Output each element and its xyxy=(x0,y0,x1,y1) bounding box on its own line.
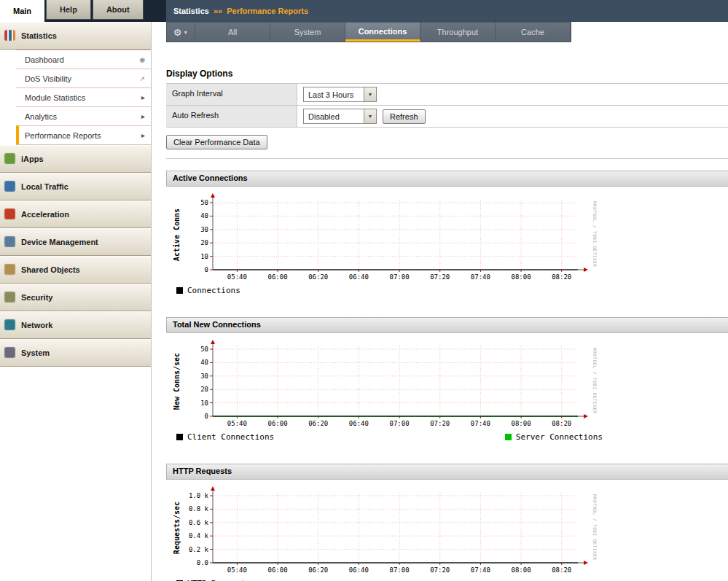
tab-cache[interactable]: Cache xyxy=(496,23,571,42)
svg-text:0.0: 0.0 xyxy=(197,559,208,566)
sidebar-section-label: Security xyxy=(21,293,52,302)
svg-text:20: 20 xyxy=(200,239,208,246)
svg-text:08:00: 08:00 xyxy=(512,420,531,427)
sidebar-item-module-statistics[interactable]: Module Statistics▸ xyxy=(16,87,151,106)
svg-text:06:20: 06:20 xyxy=(308,566,328,574)
chart-tab-strip: ⚙ ▼ AllSystemConnectionsThroughputCache xyxy=(166,22,571,42)
sidebar-section-iapps[interactable]: iApps xyxy=(0,145,151,173)
sidebar-item-performance-reports[interactable]: Performance Reports▸ xyxy=(16,125,151,144)
svg-text:0.2 k: 0.2 k xyxy=(189,546,209,553)
sidebar-section-device-management[interactable]: Device Management xyxy=(0,228,151,256)
svg-text:06:40: 06:40 xyxy=(349,420,369,427)
auto-refresh-row: Auto Refresh Disabled ▼ Refresh xyxy=(166,106,728,128)
local-traffic-icon xyxy=(4,181,15,192)
tab-connections[interactable]: Connections xyxy=(345,23,420,42)
svg-text:05:40: 05:40 xyxy=(227,420,247,427)
sidebar-item-dos-visibility[interactable]: DoS Visibility↗ xyxy=(16,69,151,87)
legend-label: Client Connections xyxy=(187,432,274,442)
chart-section-title: Active Connections xyxy=(166,171,728,187)
svg-text:08:20: 08:20 xyxy=(552,566,571,574)
svg-text:07:20: 07:20 xyxy=(430,420,450,427)
statistics-submenu: Dashboard◉DoS Visibility↗Module Statisti… xyxy=(16,50,151,145)
arrow-icon: ▸ xyxy=(141,93,145,101)
chart-section-http-requests: HTTP Requests05:4006:0006:2006:4007:0007… xyxy=(166,464,728,581)
external-icon: ↗ xyxy=(139,75,145,82)
svg-text:07:00: 07:00 xyxy=(390,566,410,574)
svg-text:07:40: 07:40 xyxy=(471,566,490,574)
auto-refresh-selected: Disabled xyxy=(304,112,364,121)
top-tab-about[interactable]: About xyxy=(93,0,144,20)
clear-performance-data-button[interactable]: Clear Performance Data xyxy=(166,135,267,149)
sidebar-section-security[interactable]: Security xyxy=(0,284,151,311)
arrow-icon: ▸ xyxy=(141,131,145,139)
graph-interval-row: Graph Interval Last 3 Hours ▼ xyxy=(166,84,728,106)
svg-text:1.0 k: 1.0 k xyxy=(189,492,209,499)
active-connections-plot: 05:4006:0006:2006:4007:0007:2007:4008:00… xyxy=(172,192,598,284)
chart-section-title: HTTP Requests xyxy=(166,464,728,480)
breadcrumb-separator: »» xyxy=(214,7,222,15)
tab-all[interactable]: All xyxy=(195,23,270,42)
active-connections-chart: 05:4006:0006:2006:4007:0007:2007:4008:00… xyxy=(172,192,728,286)
graph-interval-selected: Last 3 Hours xyxy=(304,90,364,99)
sidebar-section-network[interactable]: Network xyxy=(0,311,151,339)
chevron-down-icon: ▼ xyxy=(183,30,188,35)
refresh-button[interactable]: Refresh xyxy=(383,109,426,124)
legend-swatch xyxy=(176,287,183,294)
breadcrumb-section[interactable]: Statistics xyxy=(173,7,209,15)
graph-interval-select[interactable]: Last 3 Hours ▼ xyxy=(303,87,377,102)
top-tab-main[interactable]: Main xyxy=(0,0,44,22)
sidebar-section-statistics[interactable]: Statistics xyxy=(0,22,151,50)
display-options-table: Graph Interval Last 3 Hours ▼ Auto Refre… xyxy=(166,83,728,128)
svg-text:Requests/sec: Requests/sec xyxy=(173,502,181,554)
svg-text:07:20: 07:20 xyxy=(430,566,450,574)
svg-text:10: 10 xyxy=(200,253,208,260)
sidebar-item-label: Dashboard xyxy=(25,55,64,64)
http-requests-chart: 05:4006:0006:2006:4007:0007:2007:4008:00… xyxy=(172,486,728,579)
svg-text:30: 30 xyxy=(200,226,208,233)
iapps-icon xyxy=(4,153,15,164)
svg-text:RRDTOOL / TOBI OETIKER: RRDTOOL / TOBI OETIKER xyxy=(592,348,598,413)
svg-text:08:20: 08:20 xyxy=(552,420,571,427)
svg-text:10: 10 xyxy=(200,399,208,407)
security-icon xyxy=(4,292,15,303)
svg-text:06:40: 06:40 xyxy=(349,273,369,281)
svg-text:05:40: 05:40 xyxy=(227,273,247,281)
breadcrumb-page: Performance Reports xyxy=(227,7,308,15)
top-tab-help[interactable]: Help xyxy=(46,0,91,20)
svg-text:50: 50 xyxy=(200,346,208,353)
legend-item: Client Connections xyxy=(176,432,274,442)
network-icon xyxy=(4,319,15,330)
auto-refresh-value-cell: Disabled ▼ Refresh xyxy=(297,106,728,127)
sidebar-section-label: System xyxy=(21,348,50,357)
sidebar-section-acceleration[interactable]: Acceleration xyxy=(0,200,151,228)
svg-text:07:00: 07:00 xyxy=(390,273,410,281)
http-requests-plot: 05:4006:0006:2006:4007:0007:2007:4008:00… xyxy=(172,486,598,577)
chart-section-title: Total New Connections xyxy=(166,317,728,333)
svg-text:Active Conns: Active Conns xyxy=(173,208,181,261)
sidebar-section-label: Network xyxy=(21,321,52,330)
sidebar-sections: iAppsLocal TrafficAccelerationDevice Man… xyxy=(0,145,151,367)
total-new-connections-plot: 05:4006:0006:2006:4007:0007:2007:4008:00… xyxy=(172,339,598,431)
legend-swatch xyxy=(505,434,512,440)
sidebar-section-shared-objects[interactable]: Shared Objects xyxy=(0,256,151,284)
sidebar-item-dashboard[interactable]: Dashboard◉ xyxy=(16,50,151,69)
sidebar-item-label: Performance Reports xyxy=(25,131,101,140)
sidebar: Statistics Dashboard◉DoS Visibility↗Modu… xyxy=(0,22,152,581)
sidebar-item-analytics[interactable]: Analytics▸ xyxy=(16,106,151,125)
sidebar-section-system[interactable]: System xyxy=(0,339,151,367)
svg-text:40: 40 xyxy=(200,359,208,366)
top-tabs: MainHelpAbout xyxy=(0,0,145,22)
svg-text:30: 30 xyxy=(200,373,208,380)
auto-refresh-select[interactable]: Disabled ▼ xyxy=(303,109,377,124)
chevron-down-icon: ▼ xyxy=(364,109,376,123)
svg-text:RRDTOOL / TOBI OETIKER: RRDTOOL / TOBI OETIKER xyxy=(592,494,598,560)
tab-system[interactable]: System xyxy=(270,23,345,42)
chart-settings-menu[interactable]: ⚙ ▼ xyxy=(167,23,195,42)
sidebar-section-local-traffic[interactable]: Local Traffic xyxy=(0,173,151,200)
svg-text:06:20: 06:20 xyxy=(308,420,328,427)
svg-text:07:40: 07:40 xyxy=(471,420,490,427)
sidebar-section-label: Device Management xyxy=(21,238,98,246)
svg-text:06:00: 06:00 xyxy=(268,420,288,427)
tab-throughput[interactable]: Throughput xyxy=(420,23,496,42)
svg-text:RRDTOOL / TOBI OETIKER: RRDTOOL / TOBI OETIKER xyxy=(592,201,598,267)
